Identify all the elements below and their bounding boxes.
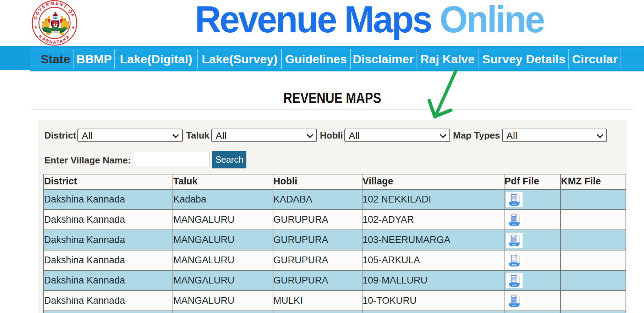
svg-text:★: ★ [34, 25, 38, 30]
svg-text:★: ★ [71, 25, 75, 30]
svg-text:PDF: PDF [512, 223, 517, 225]
svg-text:PDF: PDF [512, 243, 517, 245]
svg-text:PDF: PDF [512, 203, 517, 205]
svg-text:PDF: PDF [512, 264, 517, 266]
svg-text:PDF: PDF [512, 304, 517, 306]
svg-text:PDF: PDF [512, 284, 517, 286]
